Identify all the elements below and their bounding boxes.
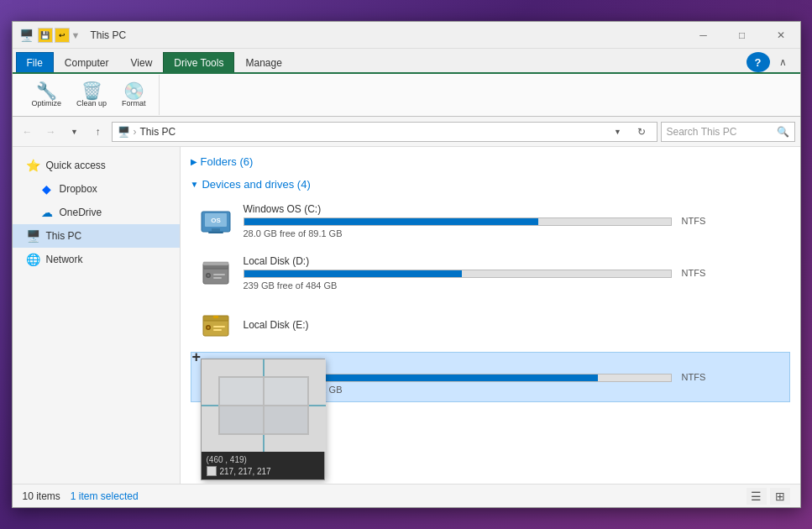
sidebar-item-quick-access[interactable]: ⭐ Quick access bbox=[13, 154, 180, 177]
address-bar: ← → ▼ ↑ 🖥️ › This PC ▼ ↻ Search This PC … bbox=[13, 117, 800, 147]
tab-drive-tools[interactable]: Drive Tools bbox=[163, 52, 234, 72]
item-count: 10 items bbox=[23, 490, 60, 502]
format-icon: 💿 bbox=[123, 82, 144, 99]
recent-locations-button[interactable]: ▼ bbox=[65, 122, 85, 142]
drive-d-name: Local Disk (D:) bbox=[244, 255, 672, 267]
minimize-button[interactable]: ─ bbox=[684, 22, 723, 49]
quick-access-toolbar: 💾 ↩ ▼ bbox=[38, 28, 81, 43]
zoom-color-label: 217, 217, 217 bbox=[220, 467, 271, 476]
dropbox-icon: ◆ bbox=[39, 182, 55, 196]
refresh-button[interactable]: ↻ bbox=[631, 122, 652, 142]
undo-tb-icon[interactable]: ↩ bbox=[55, 28, 70, 43]
tab-file[interactable]: File bbox=[16, 52, 54, 72]
back-button[interactable]: ← bbox=[18, 122, 38, 142]
search-placeholder: Search This PC bbox=[667, 126, 773, 138]
drive-c-bar bbox=[244, 218, 539, 225]
drive-c[interactable]: OS Windows OS (C:) 28.0 GB free of 89.1 … bbox=[191, 196, 790, 246]
sidebar-item-onedrive[interactable]: ☁ OneDrive bbox=[13, 201, 180, 224]
address-box[interactable]: 🖥️ › This PC ▼ ↻ bbox=[112, 122, 657, 142]
up-button[interactable]: ↑ bbox=[88, 122, 108, 142]
devices-section-header[interactable]: ▼ Devices and drives (4) bbox=[181, 173, 800, 196]
optimize-button[interactable]: 🔧 Optimize bbox=[26, 80, 68, 110]
close-button[interactable]: ✕ bbox=[762, 22, 800, 49]
status-right: ☰ ⊞ bbox=[747, 488, 790, 505]
tab-computer[interactable]: Computer bbox=[54, 52, 120, 72]
zoom-coords: (460 , 419) bbox=[207, 455, 319, 464]
save-tb-icon[interactable]: 💾 bbox=[38, 28, 53, 43]
devices-section-label: Devices and drives (4) bbox=[202, 178, 310, 191]
sidebar-item-dropbox[interactable]: ◆ Dropbox bbox=[13, 177, 180, 201]
drive-c-fs-col: NTFS bbox=[682, 216, 783, 226]
zoom-cell-bl bbox=[219, 406, 264, 434]
details-view-button[interactable]: ☰ bbox=[747, 488, 767, 505]
drive-e-name: Local Disk (E:) bbox=[244, 319, 672, 331]
svg-rect-7 bbox=[203, 262, 228, 265]
zoom-color-row: 217, 217, 217 bbox=[207, 466, 319, 476]
drive-d-fs-col: NTFS bbox=[682, 268, 783, 278]
drive-c-free: 28.0 GB free of 89.1 GB bbox=[244, 228, 672, 238]
window-controls: ─ □ ✕ bbox=[684, 22, 800, 48]
sidebar-item-this-pc[interactable]: 🖥️ This PC bbox=[13, 224, 180, 248]
tab-manage[interactable]: Manage bbox=[234, 52, 292, 72]
drive-c-fs: NTFS bbox=[682, 216, 783, 226]
drive-d-bar-wrap bbox=[244, 270, 672, 278]
svg-rect-17 bbox=[213, 329, 222, 331]
onedrive-icon: ☁ bbox=[39, 206, 55, 219]
zoom-info: (460 , 419) 217, 217, 217 bbox=[202, 452, 324, 479]
quick-access-icon: ⭐ bbox=[26, 159, 41, 172]
svg-point-9 bbox=[207, 275, 209, 277]
drive-e[interactable]: Local Disk (E:) bbox=[191, 300, 790, 350]
drive-d[interactable]: Local Disk (D:) 239 GB free of 484 GB NT… bbox=[191, 248, 790, 298]
drive-d-free: 239 GB free of 484 GB bbox=[244, 280, 672, 291]
network-icon: 🌐 bbox=[26, 253, 41, 266]
drive-c-info: Windows OS (C:) 28.0 GB free of 89.1 GB bbox=[244, 203, 672, 238]
sidebar-label-this-pc: This PC bbox=[46, 230, 82, 242]
large-icons-view-button[interactable]: ⊞ bbox=[770, 488, 790, 505]
svg-point-15 bbox=[207, 327, 209, 329]
cleanup-button[interactable]: 🗑️ Clean up bbox=[71, 80, 113, 110]
drive-g-fs-col: NTFS bbox=[682, 372, 783, 382]
ribbon-tab-row: File Computer View Drive Tools Manage ? … bbox=[13, 49, 800, 72]
forward-button[interactable]: → bbox=[41, 122, 61, 142]
zoom-overlay: (460 , 419) 217, 217, 217 bbox=[201, 359, 325, 480]
ribbon-buttons: 🔧 Optimize 🗑️ Clean up 💿 Format bbox=[26, 80, 152, 110]
ribbon-group-manage: 🔧 Optimize 🗑️ Clean up 💿 Format bbox=[19, 75, 160, 115]
svg-rect-3 bbox=[208, 232, 223, 233]
drive-c-icon: OS bbox=[200, 205, 232, 237]
ribbon-body: 🔧 Optimize 🗑️ Clean up 💿 Format bbox=[13, 72, 800, 116]
ribbon-collapse-button[interactable]: ∧ bbox=[773, 52, 794, 72]
drive-d-icon-wrap bbox=[198, 255, 233, 291]
svg-rect-16 bbox=[213, 326, 225, 327]
devices-toggle-icon: ▼ bbox=[191, 180, 199, 189]
ribbon-help-button[interactable]: ? bbox=[747, 52, 770, 72]
main-content: ⭐ Quick access ◆ Dropbox ☁ OneDrive 🖥️ T… bbox=[13, 147, 800, 484]
address-dropdown-button[interactable]: ▼ bbox=[608, 122, 628, 142]
cleanup-icon: 🗑️ bbox=[81, 82, 102, 99]
drive-c-icon-wrap: OS bbox=[198, 203, 233, 238]
status-bar: 10 items 1 item selected ☰ ⊞ bbox=[13, 484, 800, 507]
sidebar-label-dropbox: Dropbox bbox=[60, 183, 97, 195]
tab-view[interactable]: View bbox=[120, 52, 164, 72]
drive-e-icon bbox=[200, 309, 232, 341]
folders-section-header[interactable]: ▶ Folders (6) bbox=[181, 150, 800, 173]
sidebar-label-onedrive: OneDrive bbox=[60, 207, 102, 218]
breadcrumb-pc-icon: 🖥️ bbox=[118, 126, 130, 138]
drive-d-fs: NTFS bbox=[682, 268, 783, 278]
svg-rect-11 bbox=[213, 277, 222, 279]
explorer-window: 🖥️ 💾 ↩ ▼ This PC ─ □ ✕ File Computer Vie… bbox=[12, 21, 801, 508]
drive-g-fs: NTFS bbox=[682, 372, 783, 382]
sidebar-item-network[interactable]: 🌐 Network bbox=[13, 248, 180, 271]
zoom-cell-br bbox=[264, 406, 308, 434]
maximize-button[interactable]: □ bbox=[723, 22, 762, 49]
tb-dropdown[interactable]: ▼ bbox=[71, 30, 81, 40]
optimize-icon: 🔧 bbox=[36, 82, 57, 99]
drive-c-name: Windows OS (C:) bbox=[244, 203, 672, 215]
search-box[interactable]: Search This PC 🔍 bbox=[661, 122, 795, 142]
sidebar: ⭐ Quick access ◆ Dropbox ☁ OneDrive 🖥️ T… bbox=[13, 147, 181, 484]
format-button[interactable]: 💿 Format bbox=[116, 80, 152, 110]
drive-c-bar-wrap bbox=[244, 217, 672, 226]
breadcrumb: This PC bbox=[140, 126, 176, 138]
drive-d-icon bbox=[200, 257, 232, 289]
selected-count[interactable]: 1 item selected bbox=[71, 490, 139, 502]
svg-rect-10 bbox=[213, 274, 225, 275]
